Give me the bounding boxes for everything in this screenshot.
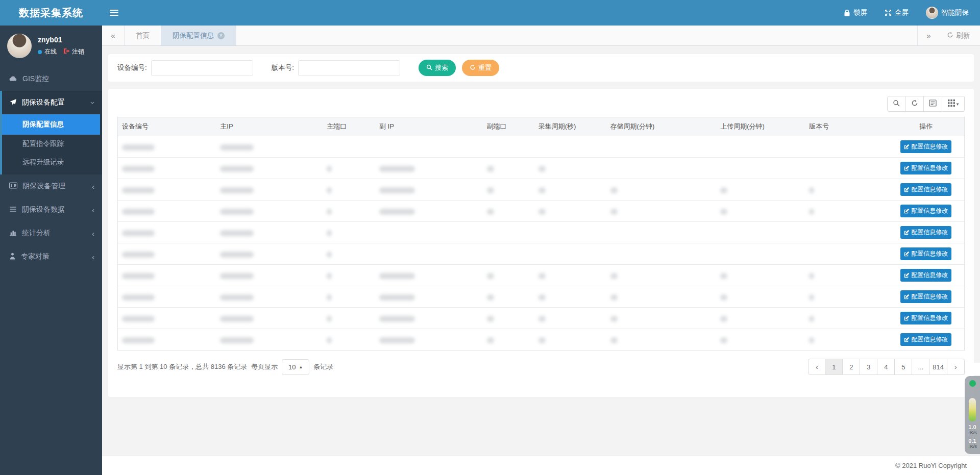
table-cell xyxy=(375,308,483,329)
redacted-value xyxy=(122,294,155,301)
online-status-label: 在线 xyxy=(44,47,57,56)
table-cell xyxy=(534,286,606,308)
table-cell xyxy=(606,265,717,286)
page-button[interactable]: 4 xyxy=(877,359,895,375)
net-widget-handle[interactable] xyxy=(967,363,980,375)
table-cell xyxy=(716,158,805,179)
search-icon xyxy=(893,99,900,109)
table-cell xyxy=(716,308,805,329)
next-page-button[interactable]: › xyxy=(947,359,965,375)
page-size-select[interactable]: 10 ▲ xyxy=(282,359,309,375)
edit-config-button[interactable]: 配置信息修改 xyxy=(900,247,951,260)
fullscreen-button[interactable]: 全屏 xyxy=(885,8,909,17)
close-tab-icon[interactable]: × xyxy=(217,32,225,39)
user-avatar-large xyxy=(7,34,32,58)
logout-button[interactable]: 注销 xyxy=(63,47,84,56)
edit-config-button[interactable]: 配置信息修改 xyxy=(900,140,951,153)
detail-view-icon xyxy=(929,99,937,109)
prev-page-button[interactable]: ‹ xyxy=(808,359,825,375)
edit-config-button[interactable]: 配置信息修改 xyxy=(900,333,951,346)
redacted-value xyxy=(220,209,254,215)
redacted-value xyxy=(220,230,254,236)
table-cell xyxy=(606,158,717,179)
table-cell xyxy=(323,201,375,222)
sidebar-item-statistics[interactable]: 统计分析 ‹ xyxy=(0,221,102,245)
table-cell xyxy=(606,136,717,158)
table-cell xyxy=(483,308,534,329)
refresh-tab-button[interactable]: 刷新 xyxy=(940,26,980,45)
sidebar-user-panel: znyb01 在线 注销 xyxy=(0,26,102,65)
table-cell xyxy=(375,265,483,286)
table-row: 配置信息修改 xyxy=(118,201,964,222)
edit-config-button[interactable]: 配置信息修改 xyxy=(900,183,951,196)
columns-button[interactable]: ▾ xyxy=(942,96,965,112)
redacted-value xyxy=(487,316,494,322)
tabs-scroll-right-button[interactable]: » xyxy=(917,26,940,45)
tab-config-info[interactable]: 阴保配置信息 × xyxy=(161,26,236,45)
sidebar-item-device-config[interactable]: 阴保设备配置 › xyxy=(2,91,102,114)
sidebar-subitem-config-info[interactable]: 阴保配置信息 xyxy=(2,114,100,135)
table-cell xyxy=(805,265,888,286)
table-cell xyxy=(323,329,375,351)
tabs-scroll-left-button[interactable]: « xyxy=(102,26,125,45)
redacted-value xyxy=(809,187,814,193)
edit-config-button[interactable]: 配置信息修改 xyxy=(900,226,951,239)
page-button[interactable]: 3 xyxy=(860,359,877,375)
redacted-value xyxy=(327,273,332,279)
sidebar-item-device-data[interactable]: 阴保设备数据 ‹ xyxy=(0,198,102,221)
search-button[interactable]: 搜索 xyxy=(419,60,456,76)
sidebar-item-device-manage[interactable]: 阴保设备管理 ‹ xyxy=(0,174,102,198)
lock-screen-button[interactable]: 锁屏 xyxy=(844,8,867,17)
edit-config-button[interactable]: 配置信息修改 xyxy=(900,269,951,282)
edit-config-button[interactable]: 配置信息修改 xyxy=(900,312,951,324)
redacted-value xyxy=(220,273,254,279)
sidebar-item-expert-strategy[interactable]: 专家对策 ‹ xyxy=(0,245,102,268)
version-input[interactable] xyxy=(298,60,400,76)
sidebar-subitem-command-trace[interactable]: 配置指令跟踪 xyxy=(2,135,102,153)
redacted-value xyxy=(122,316,155,322)
redacted-value xyxy=(379,337,415,343)
redacted-value xyxy=(538,316,546,322)
page-button[interactable]: 5 xyxy=(895,359,912,375)
refresh-table-button[interactable] xyxy=(905,96,924,112)
id-card-icon xyxy=(9,182,17,190)
table-cell xyxy=(534,329,606,351)
col-sub-port: 副端口 xyxy=(483,117,534,136)
table-cell xyxy=(606,222,717,243)
device-number-label: 设备编号: xyxy=(117,63,147,72)
redacted-value xyxy=(538,166,546,172)
chevron-left-icon: ‹ xyxy=(92,182,94,191)
table-cell xyxy=(805,136,888,158)
table-cell xyxy=(534,201,606,222)
redacted-value xyxy=(327,166,332,172)
device-number-input[interactable] xyxy=(151,60,253,76)
toggle-search-button[interactable] xyxy=(887,96,905,112)
page-button[interactable]: 1 xyxy=(825,359,843,375)
table-cell xyxy=(118,329,216,351)
page-button[interactable]: 814 xyxy=(929,359,947,375)
edit-config-button[interactable]: 配置信息修改 xyxy=(900,162,951,174)
user-menu[interactable]: 智能阴保 xyxy=(926,7,969,19)
net-speed-widget[interactable]: 1.0 ↑K/s 0.1 ↓K/s xyxy=(965,376,980,454)
edit-config-button[interactable]: 配置信息修改 xyxy=(900,290,951,303)
table-cell xyxy=(323,243,375,265)
sidebar-item-gis-monitor[interactable]: GIS监控 xyxy=(0,67,102,91)
table-cell xyxy=(716,179,805,201)
redacted-value xyxy=(720,273,727,279)
gauge-capsule-icon xyxy=(969,398,976,421)
sidebar-subitem-remote-upgrade[interactable]: 远程升级记录 xyxy=(2,153,102,171)
tab-home[interactable]: 首页 xyxy=(125,26,161,45)
redacted-value xyxy=(122,187,155,193)
table-cell-actions: 配置信息修改 xyxy=(888,308,964,329)
redacted-value xyxy=(809,337,814,343)
page-button[interactable]: 2 xyxy=(843,359,860,375)
fullscreen-icon xyxy=(885,9,892,16)
sidebar-toggle-button[interactable] xyxy=(102,0,126,26)
reset-button[interactable]: 重置 xyxy=(462,60,499,76)
table-cell xyxy=(483,158,534,179)
page-button[interactable]: ... xyxy=(912,359,929,375)
redacted-value xyxy=(610,187,618,193)
detail-view-button[interactable] xyxy=(924,96,942,112)
edit-config-button[interactable]: 配置信息修改 xyxy=(900,205,951,217)
table-cell xyxy=(805,243,888,265)
